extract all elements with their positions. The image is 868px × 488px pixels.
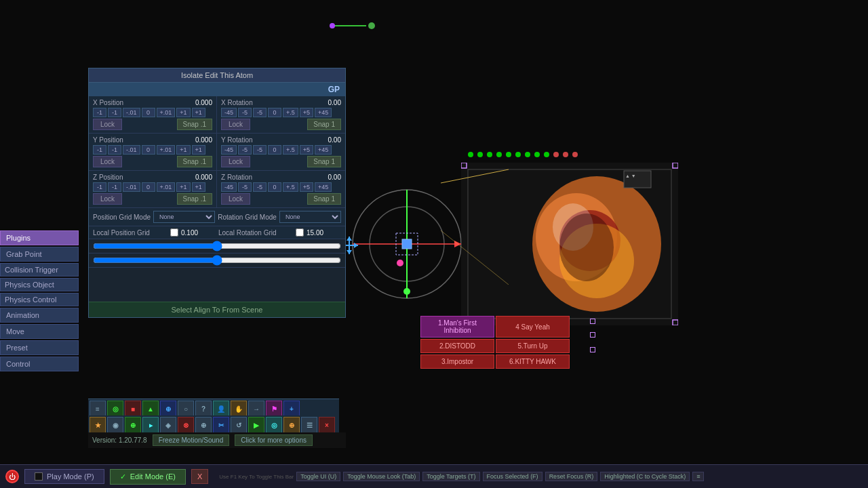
z-pos-lock-btn[interactable]: Lock (93, 193, 122, 205)
tb-stop-icon[interactable]: ■ (125, 401, 141, 417)
x-pos-btn-0[interactable]: 0 (142, 108, 155, 117)
tb-arrow-icon[interactable]: → (248, 401, 264, 417)
tb-play-icon[interactable]: ▲ (142, 401, 159, 417)
z-pos-btn-0[interactable]: 0 (142, 182, 155, 192)
tb-flag-icon[interactable]: ⚑ (266, 401, 282, 417)
sidebar-item-animation[interactable]: Animation (0, 308, 79, 323)
tb-people-icon[interactable]: ⊕ (195, 417, 212, 433)
z-rot-btn-plus45[interactable]: +45 (315, 182, 332, 192)
tb-back-icon[interactable]: ↺ (231, 417, 247, 433)
y-pos-btn-plus01[interactable]: +.01 (157, 145, 176, 155)
sidebar-item-grab-point[interactable]: Grab Point (0, 247, 79, 262)
x-rot-btn-plus45[interactable]: +45 (315, 108, 332, 117)
sidebar-item-physics-control[interactable]: Physics Control (0, 293, 79, 306)
y-rot-btn-0[interactable]: 0 (268, 145, 281, 155)
y-pos-lock-btn[interactable]: Lock (93, 156, 122, 167)
hint-menu[interactable]: ≡ (692, 472, 704, 481)
hint-toggle-ui[interactable]: Toggle UI (U) (296, 472, 340, 481)
edit-mode-button[interactable]: ✓ Edit Mode (E) (110, 469, 186, 485)
x-pos-btn-plus1b[interactable]: +1 (192, 108, 205, 117)
z-rot-snap-btn[interactable]: Snap 1 (307, 193, 341, 205)
y-pos-btn-plus1b[interactable]: +1 (192, 145, 205, 155)
tb-cursor-icon[interactable]: ▸ (142, 417, 159, 433)
tb-star-icon[interactable]: ★ (90, 417, 106, 433)
isolate-edit-button[interactable]: Isolate Edit This Atom (89, 68, 345, 83)
sidebar-item-preset[interactable]: Preset (0, 340, 79, 355)
tb-target-icon[interactable]: ◎ (107, 401, 123, 417)
close-button[interactable]: X (191, 469, 208, 484)
select-align-button[interactable]: Select Align To From Scene (89, 302, 345, 317)
rotation-slider[interactable] (93, 258, 341, 263)
y-pos-snap-btn[interactable]: Snap .1 (177, 156, 212, 167)
tb-fwd-icon[interactable]: ▶ (248, 417, 264, 433)
z-pos-snap-btn[interactable]: Snap .1 (177, 193, 212, 205)
tb-add2-icon[interactable]: ⊕ (125, 417, 141, 433)
y-rot-btn-plus5b[interactable]: +5 (300, 145, 313, 155)
hint-reset[interactable]: Reset Focus (R) (545, 472, 598, 481)
z-pos-btn-minus01[interactable]: -.01 (123, 182, 140, 192)
x-pos-btn-plus1[interactable]: +1 (176, 108, 190, 117)
power-button[interactable]: ⏻ (5, 470, 19, 483)
y-pos-btn-minus1b[interactable]: -1 (108, 145, 121, 155)
x-pos-btn-minus1b[interactable]: -1 (108, 108, 121, 117)
z-rot-btn-minus45[interactable]: -45 (221, 182, 237, 192)
tb-diamond-icon[interactable]: ◈ (160, 417, 176, 433)
z-rot-lock-btn[interactable]: Lock (221, 193, 250, 205)
z-pos-btn-minus1[interactable]: -1 (93, 182, 106, 192)
hint-targets[interactable]: Toggle Targets (T) (422, 472, 479, 481)
tb-plus-icon[interactable]: + (283, 401, 300, 417)
play-mode-button[interactable]: Play Mode (P) (24, 469, 104, 484)
z-pos-btn-plus1[interactable]: +1 (176, 182, 190, 192)
rotation-grid-dropdown[interactable]: None Local (279, 211, 341, 223)
tb-eye-icon[interactable]: ◉ (107, 417, 123, 433)
hint-focus[interactable]: Focus Selected (F) (483, 472, 542, 481)
z-pos-btn-plus01[interactable]: +.01 (157, 182, 176, 192)
y-rot-btn-minus5b[interactable]: -5 (253, 145, 267, 155)
tb-target2-icon[interactable]: ⊕ (283, 417, 300, 433)
x-rot-snap-btn[interactable]: Snap 1 (307, 119, 341, 130)
tb-list-icon[interactable]: ≡ (90, 401, 106, 417)
x-rot-btn-minus45[interactable]: -45 (221, 108, 237, 117)
z-rot-btn-minus5b[interactable]: -5 (253, 182, 267, 192)
y-rot-btn-minus45[interactable]: -45 (221, 145, 237, 155)
tb-users-icon[interactable]: ☰ (301, 417, 317, 433)
x-rot-lock-btn[interactable]: Lock (221, 119, 250, 130)
sidebar-item-plugins[interactable]: Plugins (0, 230, 79, 245)
y-rot-snap-btn[interactable]: Snap 1 (307, 156, 341, 167)
z-pos-btn-minus1b[interactable]: -1 (108, 182, 121, 192)
tb-circle-icon[interactable]: ○ (178, 401, 194, 417)
position-grid-dropdown[interactable]: None Local World (153, 211, 215, 223)
x-rot-btn-plus5[interactable]: +.5 (283, 108, 298, 117)
y-rot-btn-plus45[interactable]: +45 (315, 145, 332, 155)
local-pos-grid-checkbox[interactable] (170, 228, 178, 237)
freeze-motion-btn[interactable]: Freeze Motion/Sound (153, 434, 230, 446)
tb-x-icon[interactable]: × (319, 417, 335, 433)
x-pos-btn-minus01[interactable]: -.01 (123, 108, 140, 117)
x-pos-btn-minus1[interactable]: -1 (93, 108, 106, 117)
sidebar-item-move[interactable]: Move (0, 324, 79, 339)
z-pos-btn-plus1b[interactable]: +1 (192, 182, 205, 192)
x-pos-btn-plus01[interactable]: +.01 (157, 108, 176, 117)
more-options-btn[interactable]: Click for more options (235, 434, 313, 446)
x-rot-btn-minus5[interactable]: -5 (238, 108, 252, 117)
x-rot-btn-plus5b[interactable]: +5 (300, 108, 313, 117)
z-rot-btn-0[interactable]: 0 (268, 182, 281, 192)
z-rot-btn-plus5[interactable]: +.5 (283, 182, 298, 192)
position-slider[interactable] (93, 243, 341, 249)
hint-mouse-look[interactable]: Toggle Mouse Look (Tab) (343, 472, 420, 481)
tb-add-icon[interactable]: ⊕ (160, 401, 176, 417)
y-pos-btn-minus1[interactable]: -1 (93, 145, 106, 155)
sidebar-item-control[interactable]: Control (0, 357, 79, 371)
x-rot-btn-0[interactable]: 0 (268, 108, 281, 117)
tb-hand-icon[interactable]: ✋ (231, 401, 247, 417)
tb-cut-icon[interactable]: ✂ (213, 417, 229, 433)
hint-highlighted[interactable]: Highlighted (C to Cycle Stack) (600, 472, 690, 481)
y-rot-lock-btn[interactable]: Lock (221, 156, 250, 167)
tb-refresh-icon[interactable]: ◎ (266, 417, 282, 433)
y-pos-btn-minus01[interactable]: -.01 (123, 145, 140, 155)
z-rot-btn-plus5b[interactable]: +5 (300, 182, 313, 192)
y-pos-btn-plus1[interactable]: +1 (176, 145, 190, 155)
y-rot-btn-plus5[interactable]: +.5 (283, 145, 298, 155)
y-rot-btn-minus5[interactable]: -5 (238, 145, 252, 155)
sidebar-item-collision-trigger[interactable]: Collision Trigger (0, 263, 79, 277)
